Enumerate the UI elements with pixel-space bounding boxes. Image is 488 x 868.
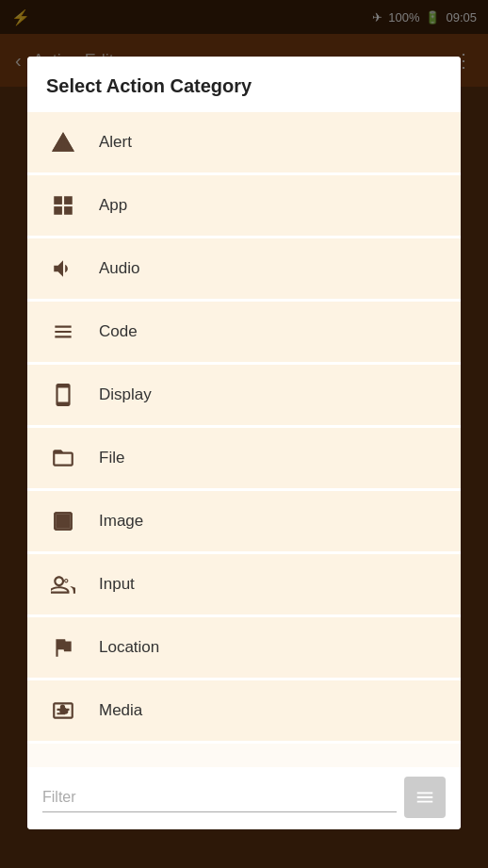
input-icon — [46, 567, 80, 601]
audio-label: Audio — [99, 259, 139, 278]
overlay: Select Action Category Alert App — [0, 0, 488, 868]
list-item-display[interactable]: Display — [27, 365, 461, 425]
list-item-input[interactable]: Input — [27, 554, 461, 614]
media-label: Media — [99, 701, 142, 720]
app-label: App — [99, 196, 127, 215]
file-icon — [46, 441, 80, 475]
category-list: Alert App Audio Code — [27, 112, 461, 767]
location-label: Location — [99, 638, 159, 657]
list-item-file[interactable]: File — [27, 428, 461, 488]
alert-label: Alert — [99, 133, 132, 152]
svg-rect-2 — [54, 206, 62, 215]
input-label: Input — [99, 575, 135, 594]
list-item-alert[interactable]: Alert — [27, 112, 461, 172]
list-item-partial[interactable] — [27, 744, 461, 767]
list-item-code[interactable]: Code — [27, 302, 461, 362]
svg-rect-0 — [54, 196, 62, 205]
media-icon — [46, 694, 80, 728]
alert-icon — [46, 125, 80, 159]
display-icon — [46, 378, 80, 412]
image-icon — [46, 504, 80, 538]
dialog-bottom — [27, 767, 461, 829]
menu-lines-icon — [415, 787, 435, 808]
app-icon — [46, 188, 80, 222]
dialog-title: Select Action Category — [27, 57, 461, 112]
image-label: Image — [99, 512, 143, 531]
list-item-app[interactable]: App — [27, 175, 461, 236]
audio-icon — [46, 252, 80, 286]
list-item-audio[interactable]: Audio — [27, 238, 461, 299]
svg-rect-1 — [64, 196, 73, 205]
svg-rect-3 — [64, 206, 73, 215]
filter-input[interactable] — [42, 783, 397, 812]
list-item-media[interactable]: Media — [27, 680, 461, 741]
code-label: Code — [99, 322, 138, 341]
file-label: File — [99, 449, 124, 467]
display-label: Display — [99, 385, 152, 404]
list-item-location[interactable]: Location — [27, 617, 461, 678]
list-item-image[interactable]: Image — [27, 491, 461, 551]
code-icon — [46, 315, 80, 349]
filter-menu-button[interactable] — [404, 777, 446, 818]
location-icon — [46, 631, 80, 664]
select-action-dialog: Select Action Category Alert App — [27, 57, 461, 829]
